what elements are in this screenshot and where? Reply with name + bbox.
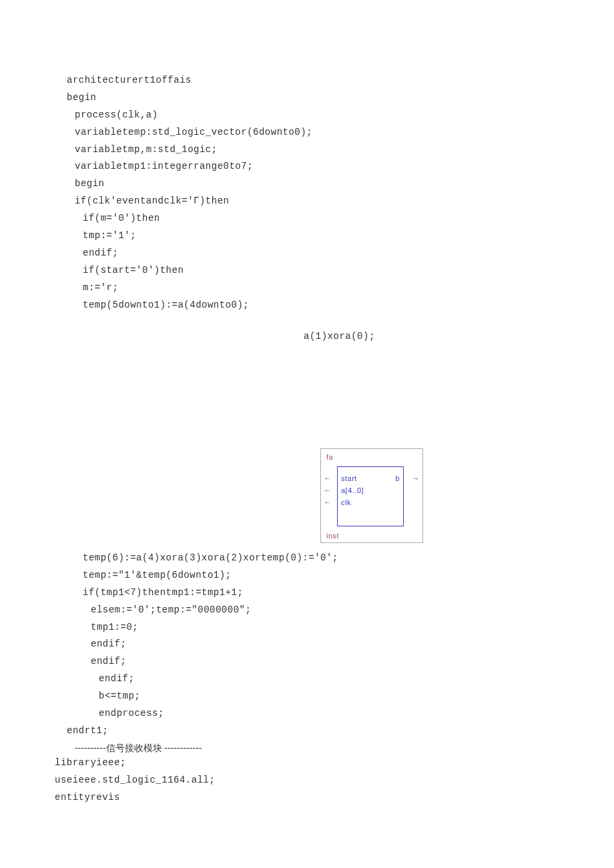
code-line: if(start='0')then (67, 262, 312, 280)
code-line: endif; (67, 653, 338, 671)
code-line: endrt1; (67, 723, 338, 740)
code-line: elsem:='0';temp:="0000000"; (67, 602, 338, 619)
code-line: architecturert1offais (67, 72, 312, 89)
code-block-bottom: temp(6):=a(4)xora(3)xora(2)xortemp(0):='… (67, 550, 338, 757)
code-line: process(clk,a) (67, 107, 312, 124)
code-line: variabletmp,m:std_1ogic; (67, 141, 312, 159)
port-label-b: b (395, 474, 400, 482)
code-line: if(clk'eventandclk='Γ)then (67, 193, 312, 210)
separator-dashes: ---------- (75, 743, 106, 753)
port-label-start: start (341, 474, 357, 482)
code-line: m:='r; (67, 280, 312, 297)
port-label-clk: clk (341, 498, 351, 506)
arrow-left-icon: ← (324, 474, 332, 482)
arrow-right-icon: → (412, 474, 420, 482)
code-line: useieee.std_logic_1164.all; (55, 772, 215, 789)
diagram-label-fa: fa (326, 453, 333, 461)
code-line: endprocess; (67, 705, 338, 723)
code-line: tmp:='1'; (67, 228, 312, 245)
diagram-label-inst: inst (326, 532, 339, 540)
block-diagram: fa ← ← ← → start a[4..0] clk b inst (320, 448, 423, 543)
code-line: begin (67, 89, 312, 107)
code-block-top: architecturert1offais begin process(clk,… (67, 72, 312, 314)
port-label-a: a[4..0] (341, 486, 364, 494)
code-line: begin (67, 175, 312, 193)
code-line: if(tmp1<7)thentmp1:=tmp1+1; (67, 584, 338, 602)
code-line-xor: a(1)xora(0); (304, 328, 375, 346)
separator-dashes: ------------ (162, 743, 202, 753)
arrow-left-icon: ← (324, 498, 332, 506)
code-line: variabletemp:std_logic_vector(6downto0); (67, 124, 312, 141)
code-line: endif; (67, 671, 338, 688)
code-line: endif; (67, 636, 338, 653)
code-line: tmp1:=0; (67, 619, 338, 636)
code-line: b<=tmp; (67, 688, 338, 705)
separator-label: 信号接收模块 (106, 743, 162, 753)
code-line: temp:="1'&temp(6downto1); (67, 567, 338, 584)
code-line: temp(6):=a(4)xora(3)xora(2)xortemp(0):='… (67, 550, 338, 567)
code-line: variabletmp1:integerrange0to7; (67, 158, 312, 175)
arrow-left-icon: ← (324, 486, 332, 494)
code-line: entityrevis (55, 789, 215, 807)
code-line: libraryieee; (55, 755, 215, 772)
code-line: temp(5downto1):=a(4downto0); (67, 297, 312, 314)
code-line: if(m='0')then (67, 210, 312, 228)
code-line: endif; (67, 245, 312, 262)
code-block-footer: libraryieee; useieee.std_logic_1164.all;… (55, 755, 215, 807)
